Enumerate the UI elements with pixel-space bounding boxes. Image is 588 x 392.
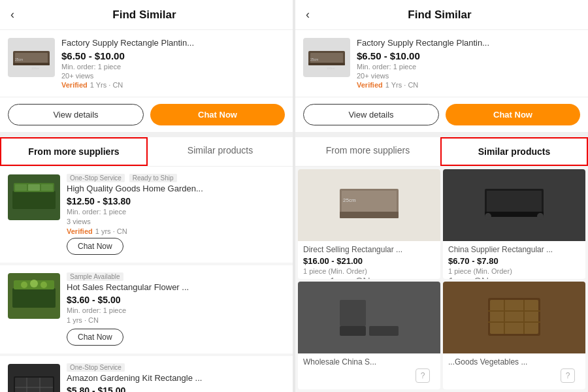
svg-rect-35 (369, 300, 399, 326)
similar-1-moq: 1 piece (Min. Order) (303, 267, 435, 275)
svg-rect-36 (340, 326, 366, 336)
svg-rect-10 (12, 288, 56, 308)
left-product-price: $6.50 - $10.00 (61, 50, 285, 61)
right-back-icon[interactable]: ‹ (306, 8, 310, 22)
left-product-minorder: Min. order: 1 piece (61, 63, 285, 71)
svg-rect-9 (41, 184, 53, 191)
right-featured-info: Factory Supply Rectangle Plantin... $6.5… (357, 38, 580, 89)
left-back-icon[interactable]: ‹ (10, 8, 14, 22)
right-planter-box-icon: 25cm 100cm (307, 42, 346, 73)
supplier-2-info: Sample Available Hot Sales Rectangular F… (67, 273, 285, 346)
svg-rect-30 (487, 191, 542, 213)
right-verified-label: Verified (357, 81, 383, 89)
supplier-1-years: 1 yrs · CN (95, 227, 127, 235)
right-action-buttons: View details Chat Now (295, 97, 588, 137)
similar-3-image (298, 282, 440, 353)
right-panel-title: Find Similar (318, 8, 562, 22)
right-tab-more-suppliers[interactable]: From more suppliers (295, 137, 440, 166)
right-header: ‹ Find Similar (295, 0, 588, 30)
similar-1-name: Direct Selling Rectangular ... (303, 245, 435, 254)
supplier-1-price: $12.50 - $13.80 (67, 196, 285, 206)
right-featured-product: 25cm 100cm Factory Supply Rectangle Plan… (295, 30, 588, 97)
supplier-1-name: High Quality Goods Home Garden... (67, 184, 285, 193)
left-tab-more-suppliers[interactable]: From more suppliers (0, 137, 148, 166)
supplier-1-info: One-Stop Service Ready to Ship High Qual… (67, 174, 285, 255)
svg-text:25cm: 25cm (310, 57, 318, 61)
similar-3-info: Wholesale China S... ? (298, 353, 440, 383)
supplier-item-2: Sample Available Hot Sales Rectangular F… (0, 265, 293, 353)
left-header: ‹ Find Similar (0, 0, 293, 30)
supplier-2-minorder: Min. order: 1 piece (67, 306, 285, 314)
left-tab-similar-products[interactable]: Similar products (148, 137, 293, 166)
similar-4-info: ...Goods Vegetables ... ? (443, 353, 585, 383)
supplier-3-name: Amazon Gardening Kit Rectangle ... (67, 373, 285, 383)
similar-2-image (443, 169, 585, 241)
similar-2-name: China Supplier Rectangular ... (448, 245, 580, 254)
right-tabs-bar: From more suppliers Similar products (295, 137, 588, 167)
svg-point-12 (21, 282, 27, 288)
right-product-name: Factory Supply Rectangle Plantin... (357, 38, 580, 48)
right-similar-grid: 25cm Direct Selling Rectangular ... $16.… (295, 167, 588, 392)
supplier-2-price: $3.60 - $5.00 (67, 295, 285, 305)
supplier-1-chat-button[interactable]: Chat Now (67, 238, 123, 255)
supplier-1-views: 3 views (67, 218, 285, 225)
left-featured-product: 25cm 100cm Factory Supply Rectangle Plan… (0, 30, 293, 97)
svg-rect-31 (485, 212, 544, 217)
supplier-2-name: Hot Sales Rectangular Flower ... (67, 282, 285, 292)
left-chat-now-button[interactable]: Chat Now (150, 104, 285, 125)
similar-planter-1-icon: 25cm (336, 176, 402, 235)
similar-item-3: Wholesale China S... ? (298, 282, 440, 389)
svg-text:25cm: 25cm (15, 57, 23, 61)
supplier-3-image (8, 364, 60, 392)
garden-bed-icon-1 (11, 178, 57, 217)
svg-point-33 (537, 213, 544, 220)
right-product-minorder: Min. order: 1 piece (357, 63, 580, 71)
similar-planter-2-icon (482, 176, 547, 235)
left-featured-image: 25cm 100cm (8, 38, 55, 77)
supplier-1-badges: One-Stop Service Ready to Ship (67, 174, 285, 182)
similar-item-4: ...Goods Vegetables ... ? (443, 282, 585, 389)
svg-rect-27 (340, 212, 399, 218)
left-suppliers-list: One-Stop Service Ready to Ship High Qual… (0, 167, 293, 392)
garden-bed-icon-3 (11, 367, 57, 392)
similar-3-help-icon[interactable]: ? (416, 368, 430, 383)
svg-rect-8 (28, 184, 40, 191)
svg-rect-7 (15, 184, 27, 191)
right-view-details-button[interactable]: View details (303, 104, 439, 125)
similar-1-verified: Verified 1 yrs CN (303, 276, 435, 279)
left-tabs-bar: From more suppliers Similar products (0, 137, 293, 167)
svg-text:100cm: 100cm (327, 67, 335, 70)
svg-rect-39 (490, 300, 538, 334)
supplier-3-price: $5.80 - $15.00 (67, 385, 285, 392)
right-product-price: $6.50 - $10.00 (357, 50, 580, 61)
similar-item-1: 25cm Direct Selling Rectangular ... $16.… (298, 169, 440, 279)
similar-4-help-icon[interactable]: ? (561, 368, 575, 383)
supplier-item-3: One-Stop Service Amazon Gardening Kit Re… (0, 356, 293, 392)
supplier-item-1: One-Stop Service Ready to Ship High Qual… (0, 167, 293, 263)
right-product-views: 20+ views (357, 72, 580, 80)
similar-1-image: 25cm (298, 169, 440, 241)
left-action-buttons: View details Chat Now (0, 97, 293, 137)
svg-text:100cm: 100cm (31, 67, 40, 70)
similar-4-name: ...Goods Vegetables ... (448, 357, 580, 367)
left-product-views: 20+ views (61, 72, 285, 80)
right-chat-now-button[interactable]: Chat Now (446, 104, 580, 125)
svg-rect-5 (12, 191, 56, 209)
right-tab-similar-products[interactable]: Similar products (440, 137, 588, 166)
left-featured-info: Factory Supply Rectangle Plantin... $6.5… (61, 38, 285, 89)
svg-rect-22 (308, 63, 345, 65)
supplier-3-badges: One-Stop Service (67, 364, 285, 371)
supplier-2-chat-button[interactable]: Chat Now (67, 329, 123, 346)
svg-point-13 (30, 280, 38, 287)
svg-rect-34 (340, 300, 366, 326)
similar-4-image (443, 282, 585, 353)
left-view-details-button[interactable]: View details (8, 104, 144, 125)
right-panel: ‹ Find Similar 25cm 100cm Factory Supply… (295, 0, 588, 392)
similar-2-years: 1 yrs CN (448, 276, 580, 279)
right-verified-badge: Verified 1 Yrs · CN (357, 81, 580, 89)
left-panel: ‹ Find Similar 25cm 100cm Factory Supply… (0, 0, 293, 392)
supplier-1-verified-label: Verified (67, 227, 93, 235)
planter-box-icon: 25cm 100cm (12, 42, 51, 73)
app-container: ‹ Find Similar 25cm 100cm Factory Supply… (0, 0, 588, 392)
similar-2-moq: 1 piece (Min. Order) (448, 267, 580, 275)
